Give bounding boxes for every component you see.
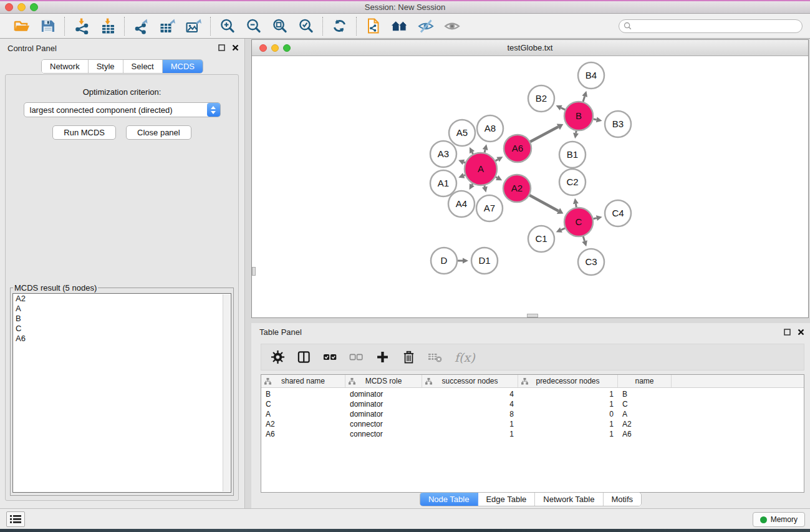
tab-motifs[interactable]: Motifs: [603, 493, 641, 506]
zoom-in-icon[interactable]: [219, 17, 236, 34]
delete-column-icon[interactable]: [402, 350, 416, 364]
tab-network[interactable]: Network: [42, 60, 89, 73]
table-cell[interactable]: 4: [422, 400, 518, 409]
table-cell[interactable]: B: [618, 390, 672, 399]
tab-edge-table[interactable]: Edge Table: [478, 493, 535, 506]
column-header-successor-nodes[interactable]: successor nodes: [422, 375, 518, 387]
graph-edge-B-B3[interactable]: [594, 119, 597, 120]
horizontal-scrollbar-thumb[interactable]: [527, 314, 538, 317]
share-document-icon[interactable]: [365, 17, 382, 34]
table-cell[interactable]: connector: [345, 430, 422, 438]
table-row[interactable]: A6connector11A6: [261, 429, 804, 439]
home-view-icon[interactable]: [391, 17, 408, 34]
task-history-button[interactable]: [6, 511, 25, 527]
import-table-icon[interactable]: [99, 17, 116, 34]
tab-mcds[interactable]: MCDS: [163, 60, 203, 73]
graph-edge-A-A5[interactable]: [472, 152, 473, 154]
column-header-predecessor-nodes[interactable]: predecessor nodes: [518, 375, 618, 387]
refresh-view-icon[interactable]: [331, 17, 348, 34]
graph-edge-A-A8[interactable]: [485, 150, 485, 153]
graph-edge-A-A4[interactable]: [472, 184, 473, 185]
graph-edge-C-C2[interactable]: [576, 204, 576, 208]
column-header-name[interactable]: name: [618, 375, 672, 387]
table-cell[interactable]: A: [618, 410, 672, 418]
tab-node-table[interactable]: Node Table: [420, 493, 478, 506]
close-panel-button[interactable]: Close panel: [126, 125, 191, 140]
graph-edge-A-A7[interactable]: [485, 185, 485, 186]
save-session-icon[interactable]: [39, 17, 56, 34]
graph-edge-B-B1[interactable]: [576, 131, 577, 133]
graph-edge-C-C3[interactable]: [583, 236, 584, 241]
table-cell[interactable]: A2: [261, 420, 345, 428]
network-canvas[interactable]: B4B2BB3B1A5A8A6A3AA1A2C2A4A7C4CC1C3DD1: [252, 56, 808, 317]
graph-edge-B-B4[interactable]: [583, 96, 585, 102]
zoom-out-icon[interactable]: [245, 17, 262, 34]
float-table-panel-icon[interactable]: [784, 329, 791, 336]
graph-edge-A-A1[interactable]: [464, 175, 465, 176]
delete-table-icon[interactable]: [428, 352, 443, 363]
table-row[interactable]: Bdominator41B: [261, 389, 804, 399]
float-panel-icon[interactable]: [218, 44, 225, 51]
network-zoom-button[interactable]: [283, 44, 291, 52]
optimization-criterion-select[interactable]: largest connected component (directed): [24, 102, 221, 117]
close-panel-icon[interactable]: [232, 44, 239, 51]
tab-select[interactable]: Select: [123, 60, 163, 73]
export-image-icon[interactable]: [185, 17, 202, 34]
table-cell[interactable]: A2: [618, 420, 672, 428]
column-settings-icon[interactable]: [271, 350, 285, 364]
network-close-button[interactable]: [259, 44, 267, 52]
table-cell[interactable]: 1: [422, 420, 518, 428]
import-network-icon[interactable]: [73, 17, 90, 34]
graph-edge-A-A3[interactable]: [463, 162, 465, 163]
vertical-scrollbar-thumb[interactable]: [252, 267, 256, 276]
minimize-window-button[interactable]: [17, 3, 26, 11]
run-mcds-button[interactable]: Run MCDS: [52, 125, 116, 140]
table-cell[interactable]: 0: [518, 410, 618, 418]
tab-network-table[interactable]: Network Table: [535, 493, 603, 506]
mcds-result-item[interactable]: B: [13, 314, 231, 324]
close-table-panel-icon[interactable]: [798, 329, 804, 336]
add-column-icon[interactable]: [375, 350, 390, 364]
result-list-scrollbar[interactable]: [223, 294, 230, 491]
search-input[interactable]: [634, 22, 798, 31]
table-cell[interactable]: connector: [345, 420, 422, 428]
column-header-shared-name[interactable]: shared name: [261, 375, 345, 387]
graph-edge-A2-C[interactable]: [529, 195, 558, 211]
select-all-icon[interactable]: [323, 350, 337, 364]
export-table-icon[interactable]: [159, 17, 176, 34]
zoom-fit-icon[interactable]: [271, 17, 288, 34]
graph-edge-A6-B[interactable]: [530, 127, 558, 142]
graph-edge-C-C1[interactable]: [561, 228, 565, 230]
table-cell[interactable]: 4: [422, 390, 518, 399]
table-cell[interactable]: 1: [518, 400, 618, 409]
column-header-mcds-role[interactable]: MCDS role: [345, 375, 422, 387]
hide-selected-icon[interactable]: [417, 17, 434, 34]
table-cell[interactable]: C: [618, 400, 672, 409]
table-cell[interactable]: C: [261, 400, 345, 409]
close-window-button[interactable]: [5, 3, 13, 11]
zoom-window-button[interactable]: [30, 3, 38, 11]
table-cell[interactable]: dominator: [345, 400, 422, 409]
tab-style[interactable]: Style: [89, 60, 123, 73]
export-network-icon[interactable]: [133, 17, 150, 34]
table-cell[interactable]: A6: [261, 430, 345, 438]
network-window-titlebar[interactable]: testGlobe.txt: [252, 40, 808, 56]
mcds-result-item[interactable]: A6: [13, 334, 231, 344]
graph-edge-C-C4[interactable]: [593, 218, 596, 219]
table-row[interactable]: Cdominator41C: [261, 399, 804, 409]
table-cell[interactable]: dominator: [345, 390, 422, 399]
show-all-icon[interactable]: [443, 17, 460, 34]
table-cell[interactable]: 8: [422, 410, 518, 418]
graph-edge-A-A6[interactable]: [496, 160, 498, 161]
table-cell[interactable]: A6: [618, 430, 672, 438]
network-graph[interactable]: B4B2BB3B1A5A8A6A3AA1A2C2A4A7C4CC1C3DD1: [252, 56, 808, 318]
column-layout-icon[interactable]: [297, 350, 311, 364]
mcds-result-item[interactable]: C: [13, 324, 231, 334]
table-cell[interactable]: dominator: [345, 410, 422, 418]
zoom-selected-icon[interactable]: [297, 17, 314, 34]
table-cell[interactable]: A: [261, 410, 345, 418]
mcds-result-item[interactable]: A2: [13, 294, 231, 304]
table-cell[interactable]: 1: [422, 430, 518, 438]
table-row[interactable]: A2connector11A2: [261, 419, 804, 429]
table-cell[interactable]: 1: [518, 430, 618, 438]
